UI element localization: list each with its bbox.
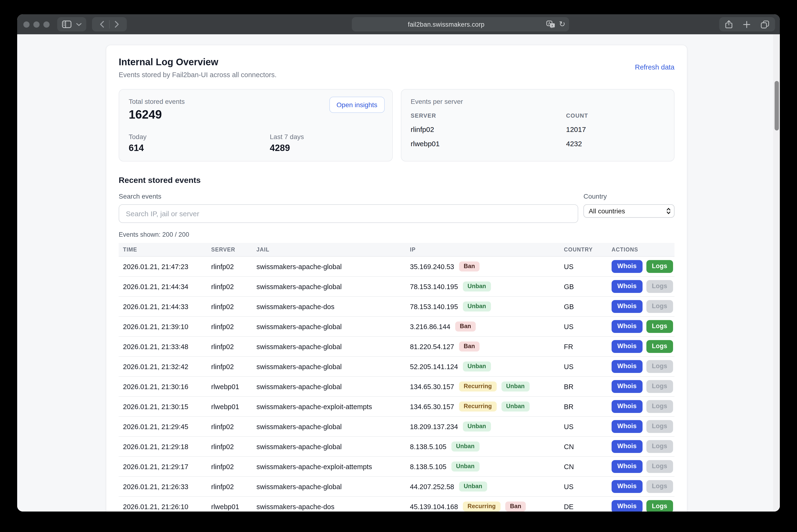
- search-input[interactable]: [119, 204, 578, 223]
- event-server: rlinfp02: [211, 303, 256, 310]
- whois-button[interactable]: Whois: [612, 420, 642, 433]
- event-jail: swissmakers-apache-global: [256, 343, 410, 350]
- table-row: 2026.01.21, 21:29:18 rlinfp02 swissmaker…: [119, 437, 674, 457]
- logs-button[interactable]: Logs: [646, 360, 673, 373]
- status-badge-unban: Unban: [463, 421, 491, 432]
- logs-button[interactable]: Logs: [646, 460, 673, 473]
- logs-button[interactable]: Logs: [646, 320, 673, 333]
- toolbar-right-group: [719, 17, 775, 32]
- logs-button[interactable]: Logs: [646, 280, 673, 293]
- event-country: CN: [564, 463, 612, 470]
- whois-button[interactable]: Whois: [612, 380, 642, 393]
- server-name: rlinfp02: [411, 125, 566, 133]
- whois-button[interactable]: Whois: [612, 340, 642, 353]
- chevron-down-icon[interactable]: [76, 23, 81, 26]
- server-name: rlwebp01: [411, 139, 566, 148]
- country-select[interactable]: All countries: [583, 204, 674, 218]
- sidebar-icon[interactable]: [62, 20, 72, 28]
- col-jail: JAIL: [256, 247, 410, 252]
- event-time: 2026.01.21, 21:33:48: [123, 343, 211, 350]
- share-icon[interactable]: [725, 20, 732, 28]
- event-ip-cell: 35.169.240.53 Ban: [410, 261, 564, 271]
- event-badges: RecurringBan: [463, 501, 526, 512]
- status-badge-unban: Unban: [451, 461, 479, 472]
- event-country: US: [564, 263, 612, 270]
- logs-button[interactable]: Logs: [646, 340, 673, 353]
- event-jail: swissmakers-apache-global: [256, 443, 410, 450]
- whois-button[interactable]: Whois: [612, 260, 642, 273]
- table-row: 2026.01.21, 21:33:48 rlinfp02 swissmaker…: [119, 337, 674, 357]
- stat-bottom-row: Today 614 Last 7 days 4289: [129, 133, 411, 153]
- event-ip: 134.65.30.157: [410, 403, 454, 410]
- event-country: GB: [564, 303, 612, 310]
- logs-button[interactable]: Logs: [646, 260, 673, 273]
- status-badge-recurring: Recurring: [459, 401, 496, 412]
- tabs-icon[interactable]: [761, 20, 769, 28]
- whois-button[interactable]: Whois: [612, 320, 642, 333]
- events-shown-text: Events shown: 200 / 200: [119, 231, 674, 238]
- event-ip: 134.65.30.157: [410, 383, 454, 390]
- event-jail: swissmakers-apache-global: [256, 283, 410, 290]
- col-actions: ACTIONS: [612, 247, 673, 252]
- table-row: 2026.01.21, 21:29:17 rlinfp02 swissmaker…: [119, 457, 674, 477]
- search-block: Search events: [119, 192, 578, 223]
- col-time: TIME: [123, 247, 211, 252]
- close-window-button[interactable]: [23, 21, 30, 27]
- forward-button[interactable]: [110, 17, 124, 32]
- whois-button[interactable]: Whois: [612, 440, 642, 453]
- per-server-col-count: COUNT: [566, 112, 588, 119]
- status-badge-unban: Unban: [459, 481, 487, 492]
- event-ip: 35.169.240.53: [410, 263, 454, 270]
- logs-button[interactable]: Logs: [646, 500, 673, 512]
- table-row: 2026.01.21, 21:26:10 rlwebp01 swissmaker…: [119, 497, 674, 512]
- event-ip: 45.139.104.168: [410, 503, 458, 510]
- refresh-data-link[interactable]: Refresh data: [635, 63, 674, 71]
- whois-button[interactable]: Whois: [612, 480, 642, 493]
- event-ip-cell: 78.153.140.195 Unban: [410, 301, 564, 311]
- col-country: COUNTRY: [564, 247, 612, 252]
- new-tab-icon[interactable]: [743, 21, 750, 28]
- address-bar[interactable]: fail2ban.swissmakers.corp A x ↻: [352, 17, 569, 32]
- whois-button[interactable]: Whois: [612, 500, 642, 512]
- event-server: rlwebp01: [211, 383, 256, 390]
- events-table-header: TIME SERVER JAIL IP COUNTRY ACTIONS: [119, 243, 674, 257]
- logs-button[interactable]: Logs: [646, 440, 673, 453]
- logs-button[interactable]: Logs: [646, 480, 673, 493]
- whois-button[interactable]: Whois: [612, 460, 642, 473]
- event-country: CN: [564, 443, 612, 450]
- country-select-value: All countries: [589, 207, 625, 215]
- scrollbar-thumb[interactable]: [775, 81, 779, 131]
- minimize-window-button[interactable]: [33, 21, 40, 27]
- open-insights-button[interactable]: Open insights: [329, 97, 384, 113]
- screen: fail2ban.swissmakers.corp A x ↻: [0, 0, 797, 532]
- zoom-window-button[interactable]: [43, 21, 50, 27]
- event-time: 2026.01.21, 21:29:45: [123, 423, 211, 430]
- event-country: GB: [564, 283, 612, 290]
- event-badges: Unban: [459, 481, 487, 492]
- back-button[interactable]: [95, 17, 109, 32]
- event-server: rlinfp02: [211, 463, 256, 470]
- whois-button[interactable]: Whois: [612, 360, 642, 373]
- logs-button[interactable]: Logs: [646, 400, 673, 413]
- logs-button[interactable]: Logs: [646, 380, 673, 393]
- whois-button[interactable]: Whois: [612, 280, 642, 293]
- per-server-col-server: SERVER: [411, 112, 566, 119]
- reload-icon[interactable]: ↻: [559, 20, 565, 28]
- nav-buttons: [92, 17, 127, 32]
- logs-button[interactable]: Logs: [646, 420, 673, 433]
- logs-button[interactable]: Logs: [646, 300, 673, 313]
- page-content: Internal Log Overview Events stored by F…: [17, 34, 780, 512]
- filter-controls: Search events Country All countries: [119, 192, 674, 223]
- window-controls: [23, 21, 50, 27]
- scrollbar-track: [773, 34, 780, 512]
- translate-icon[interactable]: A x: [546, 20, 555, 28]
- whois-button[interactable]: Whois: [612, 300, 642, 313]
- event-time: 2026.01.21, 21:29:18: [123, 443, 211, 450]
- event-badges: RecurringUnban: [459, 401, 529, 412]
- today-stat: Today 614: [129, 133, 270, 153]
- event-actions: Whois Logs: [612, 260, 673, 273]
- event-jail: swissmakers-apache-dos: [256, 303, 410, 310]
- status-badge-unban: Unban: [463, 281, 491, 291]
- event-ip-cell: 18.209.137.234 Unban: [410, 421, 564, 432]
- whois-button[interactable]: Whois: [612, 400, 642, 413]
